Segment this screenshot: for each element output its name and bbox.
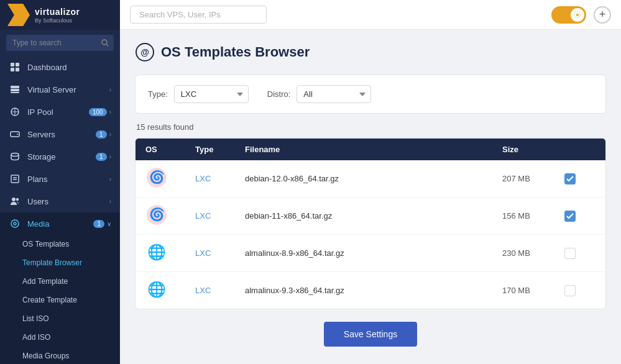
sidebar-item-virtual-server[interactable]: Virtual Server › (0, 78, 120, 101)
row-filename: almalinux-8.9-x86_64.tar.gz (245, 248, 502, 258)
svg-text:🌐: 🌐 (147, 243, 166, 261)
svg-rect-4 (11, 68, 14, 71)
row-type: LXC (195, 211, 245, 221)
row-type: LXC (195, 286, 245, 295)
submenu-item-add-iso[interactable]: Add ISO (0, 328, 120, 347)
os-icon-almalinux2: 🌐 (145, 278, 195, 303)
media-badge: 1 (93, 220, 104, 228)
table-row: 🌐 LXC almalinux-9.3-x86_64.tar.gz 170 MB (136, 272, 605, 309)
media-label: Media (27, 219, 93, 229)
svg-line-1 (107, 45, 109, 47)
sidebar-item-storage[interactable]: Storage 1 › (0, 145, 120, 168)
svg-rect-2 (11, 63, 14, 66)
toggle-knob (571, 8, 584, 22)
storage-label: Storage (27, 152, 96, 162)
svg-rect-3 (16, 63, 19, 66)
table-header: OS Type Filename Size (136, 139, 605, 160)
sidebar-item-ip-pool[interactable]: IP Pool 100 › (0, 101, 120, 123)
topbar-search-wrapper (130, 6, 267, 24)
os-icon-debian2: 🌀 (145, 204, 195, 228)
storage-icon (9, 152, 21, 162)
submenu-item-os-templates[interactable]: OS Templates (0, 235, 120, 253)
page-title: @ OS Templates Browser (135, 42, 606, 62)
svg-text:🌀: 🌀 (149, 170, 165, 184)
ip-pool-chevron: › (109, 109, 111, 116)
row-checkbox[interactable] (564, 285, 576, 296)
type-filter-group: Type: LXC KVM OpenVZ (148, 85, 249, 103)
server-icon (9, 84, 21, 94)
topbar-search-input[interactable] (130, 6, 267, 24)
theme-toggle[interactable] (551, 6, 586, 24)
sidebar-item-media[interactable]: Media 1 ∨ (0, 212, 120, 235)
svg-rect-5 (16, 68, 19, 71)
svg-point-21 (14, 222, 16, 225)
svg-point-0 (102, 40, 107, 45)
sidebar-item-dashboard[interactable]: Dashboard (0, 56, 120, 78)
row-size: 156 MB (502, 211, 564, 221)
os-icon-almalinux: 🌐 (145, 241, 195, 265)
virtualizor-logo-icon (7, 4, 30, 26)
row-checkbox[interactable] (564, 248, 576, 259)
os-icon-debian: 🌀 (145, 166, 195, 191)
dashboard-label: Dashboard (27, 63, 111, 72)
col-size: Size (502, 145, 564, 154)
filter-row: Type: LXC KVM OpenVZ Distro: All Debian … (135, 75, 606, 114)
svg-text:@: @ (140, 47, 149, 57)
row-filename: debian-11-x86_64.tar.gz (245, 211, 502, 221)
results-table: OS Type Filename Size 🌀 LXC debia (135, 138, 606, 309)
servers-chevron: › (109, 131, 111, 138)
submenu-item-list-iso[interactable]: List ISO (0, 309, 120, 328)
sidebar-search-icon (101, 39, 109, 47)
row-filename: almalinux-9.3-x86_64.tar.gz (245, 286, 502, 295)
ip-pool-badge: 100 (89, 108, 107, 116)
svg-point-13 (17, 134, 18, 135)
content-area: @zile @ OS Templates Browser Type: LXC K… (120, 30, 621, 364)
storage-chevron: › (109, 153, 111, 160)
users-chevron: › (109, 198, 111, 205)
type-filter-label: Type: (148, 89, 168, 99)
save-settings-button[interactable]: Save Settings (324, 322, 417, 347)
topbar: + (120, 0, 621, 30)
sidebar-search-wrapper (0, 30, 120, 56)
svg-rect-6 (11, 86, 19, 88)
row-checkbox[interactable] (564, 211, 576, 222)
sidebar-item-plans[interactable]: Plans › (0, 168, 120, 190)
submenu-item-media-groups[interactable]: Media Groups (0, 347, 120, 364)
row-checkbox[interactable] (564, 173, 576, 184)
virtual-server-label: Virtual Server (27, 85, 109, 94)
sidebar-item-servers[interactable]: Servers 1 › (0, 123, 120, 145)
storage-badge: 1 (96, 153, 107, 161)
row-size: 230 MB (502, 248, 564, 258)
media-submenu: OS Templates Template Browser Add Templa… (0, 235, 120, 364)
svg-text:🌀: 🌀 (149, 207, 165, 222)
distro-filter-group: Distro: All Debian AlmaLinux Ubuntu Cent… (267, 85, 372, 103)
submenu-item-template-browser[interactable]: Template Browser (0, 253, 120, 272)
row-type: LXC (195, 174, 245, 183)
svg-text:🌐: 🌐 (147, 280, 166, 298)
svg-rect-15 (11, 175, 19, 183)
distro-filter-select[interactable]: All Debian AlmaLinux Ubuntu CentOS (297, 85, 371, 103)
plans-icon (9, 174, 21, 184)
col-os: OS (145, 145, 195, 154)
main-area: + @zile @ OS Templates Browser Type: LXC… (120, 0, 621, 364)
svg-point-20 (11, 220, 19, 227)
svg-point-18 (12, 198, 16, 201)
sidebar-search-input[interactable] (6, 35, 114, 51)
table-row: 🌀 LXC debian-12.0-x86_64.tar.gz 207 MB (136, 160, 605, 198)
users-label: Users (27, 197, 109, 206)
type-filter-select[interactable]: LXC KVM OpenVZ (174, 85, 249, 103)
col-filename: Filename (245, 145, 502, 154)
hdd-icon (9, 129, 21, 139)
submenu-item-create-template[interactable]: Create Template (0, 291, 120, 309)
svg-point-19 (16, 198, 19, 201)
virtual-server-chevron: › (109, 86, 111, 93)
media-chevron: ∨ (107, 221, 111, 227)
svg-rect-8 (11, 92, 19, 93)
page-title-icon: @ (135, 42, 155, 62)
sidebar-item-users[interactable]: Users › (0, 190, 120, 212)
topbar-add-button[interactable]: + (594, 6, 611, 24)
sidebar-logo-text: virtualizor By Softaculous (35, 6, 80, 24)
media-icon (9, 219, 21, 229)
submenu-item-add-template[interactable]: Add Template (0, 272, 120, 291)
svg-point-22 (576, 14, 579, 16)
